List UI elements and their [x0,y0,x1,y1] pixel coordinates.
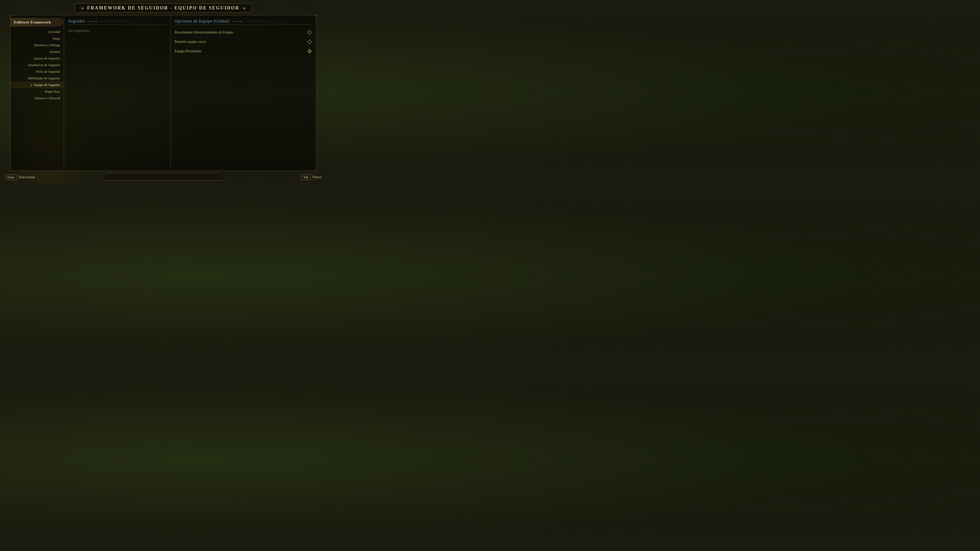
tab-key-badge: Tab [301,175,310,180]
seguidor-label: Seguidor [68,19,85,24]
footer-right-btn: Tab Volver [301,175,321,180]
corner-ornament-br: ⬦ [313,168,319,171]
main-container: ◈ FRAMEWORK DE SEGUIDOR - EQUIPO DE SEGU… [0,0,327,184]
options-list: Recomendar Almacenamiento de EquipoPermi… [175,28,312,56]
options-deco: ——⊸ [232,19,242,24]
sidebar-item-estadisticas[interactable]: Estadísticas de Seguidor [11,62,64,68]
sidebar-item-icon-equipo: ⬧ [30,83,32,87]
title-bar: ◈ FRAMEWORK DE SEGUIDOR - EQUIPO DE SEGU… [0,0,327,15]
title-deco-left: ◈ [81,6,84,11]
sidebar-item-perks[interactable]: Perks de Seguidor [11,68,64,75]
option-row-persistente[interactable]: Equipo Persistente [175,47,312,56]
option-label-recomendar: Recomendar Almacenamiento de Equipo [175,30,234,35]
sidebar-item-label-misiones: Misiones y Diálogo [34,43,60,47]
sidebar-item-habilidades[interactable]: Habilidades de Seguidor [11,75,64,82]
sidebar-item-hogar[interactable]: Hogar Base [11,88,64,95]
center-panel: Seguidor ——⊸ Sin Seguidores [64,15,171,171]
sidebar-header: Follower Framework [11,18,64,27]
svg-marker-1 [307,40,312,44]
svg-marker-0 [307,30,312,35]
footer-controls: Enter Seleccionar Tab Volver [0,175,327,180]
diamond-outline-icon [307,39,312,44]
option-row-recomendar[interactable]: Recomendar Almacenamiento de Equipo [175,28,312,37]
footer-left-btn: Enter Seleccionar [5,175,35,180]
sidebar: Follower Framework ActividadJuegoMisione… [11,15,64,171]
options-section-header: Opciones de Equipo (Global) ——⊸ [175,19,312,25]
sidebar-item-label-habilidades: Habilidades de Seguidor [27,76,60,80]
sidebar-item-actividad[interactable]: Actividad [11,29,64,35]
corner-ornament-tl: ⬦ [8,15,13,18]
seguidor-deco: ——⊸ [87,19,97,24]
diamond-cross-icon [307,49,312,54]
corner-ornament-tr: ⬦ [313,15,319,18]
right-panel: Opciones de Equipo (Global) ——⊸ Recomend… [171,15,316,171]
sidebar-title: Follower Framework [14,20,51,24]
sidebar-item-label-ajustes: Ajustes de Seguidor [33,56,60,60]
option-label-persistente: Equipo Persistente [175,49,202,53]
sidebar-item-label-actividad: Actividad [47,30,60,34]
options-label: Opciones de Equipo (Global) [175,19,230,24]
footer-right-label: Volver [312,175,321,179]
seguidor-section-header: Seguidor ——⊸ [68,19,166,25]
sidebar-item-ajustes[interactable]: Ajustes de Seguidor [11,55,64,62]
diamond-outline-icon [307,30,312,35]
no-followers-text: Sin Seguidores [68,28,166,34]
sidebar-item-misiones[interactable]: Misiones y Diálogo [11,42,64,48]
sidebar-item-ranuras[interactable]: Ranuras e Historial [11,95,64,102]
sidebar-item-label-estadisticas: Estadísticas de Seguidor [28,63,60,67]
sidebar-item-label-sistema: Sistema [50,50,60,54]
option-control-persistente [307,49,312,54]
option-control-recomendar [307,30,312,35]
footer-left-label: Seleccionar [18,175,35,179]
enter-key-badge: Enter [5,175,17,180]
sidebar-item-label-hogar: Hogar Base [45,89,60,94]
option-control-permitir [307,39,312,44]
sidebar-item-label-juego: Juego [52,37,60,41]
option-label-permitir: Permitir equipo vacío [175,40,206,44]
content-area: ⬦ ⬦ ⬦ ⬦ Follower Framework ActividadJueg… [0,15,327,171]
sidebar-item-sistema[interactable]: Sistema [11,48,64,55]
sidebar-item-label-perks: Perks de Seguidor [36,70,60,74]
title-bar-inner: ◈ FRAMEWORK DE SEGUIDOR - EQUIPO DE SEGU… [75,3,252,13]
option-row-permitir[interactable]: Permitir equipo vacío [175,37,312,47]
sidebar-item-equipo[interactable]: ⬧Equipo de Seguidor [11,82,64,88]
main-panel: ⬦ ⬦ ⬦ ⬦ Follower Framework ActividadJueg… [10,15,317,171]
sidebar-item-label-ranuras: Ranuras e Historial [35,96,60,100]
sidebar-nav: ActividadJuegoMisiones y DiálogoSistemaA… [11,29,64,102]
sidebar-item-label-equipo: Equipo de Seguidor [34,83,60,87]
corner-ornament-bl: ⬦ [8,168,13,171]
sidebar-item-juego[interactable]: Juego [11,35,64,42]
title-deco-right: ◈ [243,6,246,11]
page-title: FRAMEWORK DE SEGUIDOR - EQUIPO DE SEGUID… [87,5,239,11]
